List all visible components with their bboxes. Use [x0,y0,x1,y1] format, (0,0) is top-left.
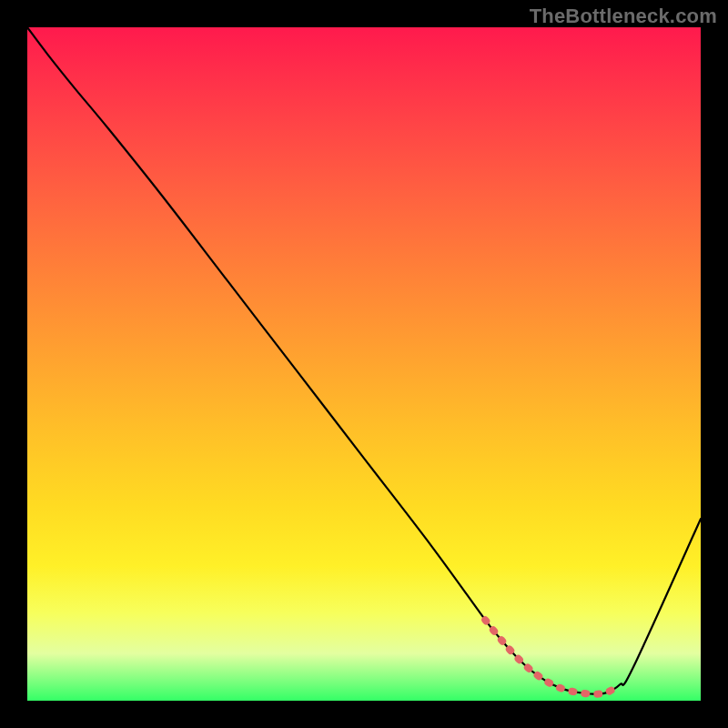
plot-svg [27,27,701,701]
watermark-text: TheBottleneck.com [530,5,717,28]
highlight-minimum-band [485,620,620,693]
chart-container: TheBottleneck.com [0,0,728,728]
bottleneck-curve [27,27,701,694]
